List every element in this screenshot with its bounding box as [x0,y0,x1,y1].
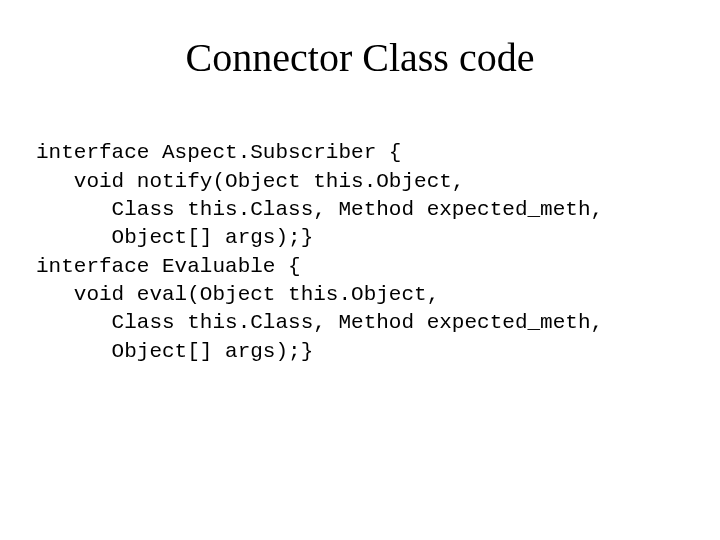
code-line: Class this.Class, Method expected_meth, [36,311,603,334]
code-line: interface Evaluable { [36,255,301,278]
code-line: Object[] args);} [36,340,313,363]
code-line: Class this.Class, Method expected_meth, [36,198,603,221]
code-line: void eval(Object this.Object, [36,283,439,306]
slide: Connector Class code interface Aspect.Su… [0,0,720,540]
code-block: interface Aspect.Subscriber { void notif… [0,111,720,394]
slide-title: Connector Class code [0,0,720,111]
code-line: Object[] args);} [36,226,313,249]
code-line: void notify(Object this.Object, [36,170,464,193]
code-line: interface Aspect.Subscriber { [36,141,401,164]
